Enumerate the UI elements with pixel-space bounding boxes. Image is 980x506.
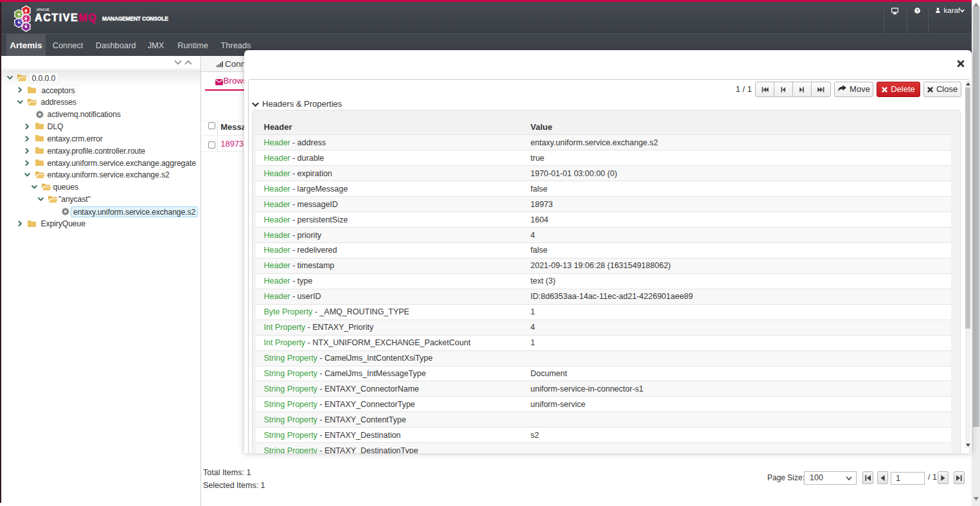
svg-text:?: ? bbox=[916, 8, 918, 13]
